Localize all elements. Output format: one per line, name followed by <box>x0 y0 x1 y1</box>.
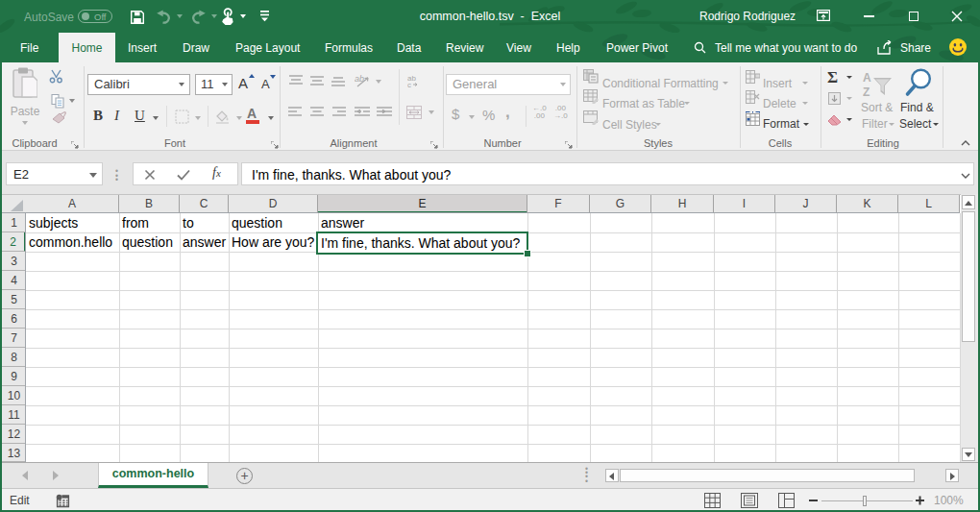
svg-text:Z: Z <box>863 85 870 97</box>
svg-text:A: A <box>863 71 871 85</box>
svg-text:c: c <box>407 81 411 87</box>
